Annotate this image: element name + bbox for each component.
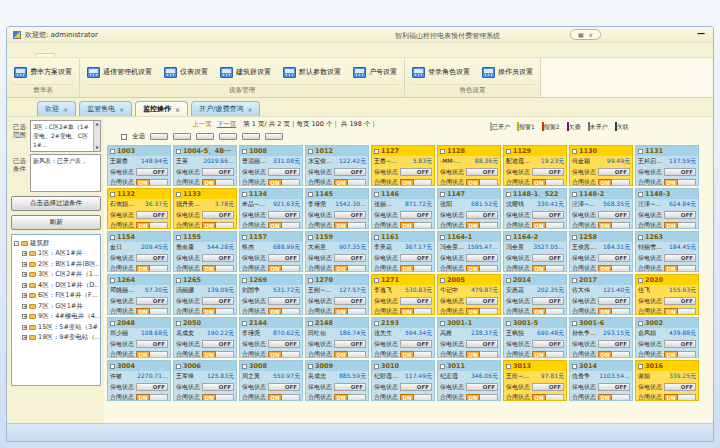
switch-on-badge[interactable]: ON [136, 265, 150, 273]
switch-state-toggle[interactable]: ON [466, 308, 498, 316]
switch-state-toggle[interactable]: ON [532, 351, 564, 359]
switch-on-badge[interactable]: ON [136, 351, 150, 359]
switch-toggle-track[interactable] [414, 265, 432, 273]
switch-on-badge[interactable]: ON [598, 394, 612, 402]
switch-state-toggle[interactable]: ON [202, 351, 234, 359]
switch-state-toggle[interactable]: ON [202, 308, 234, 316]
switch-toggle-track[interactable] [282, 179, 300, 187]
expand-icon[interactable]: + [22, 314, 27, 319]
switch-toggle-track[interactable] [414, 394, 432, 402]
scrollbar[interactable]: ▲ ▼ [93, 121, 100, 151]
switch-toggle-track[interactable] [150, 394, 168, 402]
power-keep-toggle[interactable]: OFF [466, 254, 498, 262]
switch-state-toggle[interactable]: ON [598, 351, 630, 359]
power-keep-toggle[interactable]: OFF [136, 168, 168, 176]
power-keep-toggle[interactable]: OFF [202, 254, 234, 262]
switch-on-badge[interactable]: ON [532, 394, 546, 402]
switch-on-badge[interactable]: ON [466, 351, 480, 359]
switch-state-toggle[interactable]: ON [400, 351, 432, 359]
power-keep-toggle[interactable]: OFF [268, 168, 300, 176]
switch-toggle-track[interactable] [612, 308, 630, 316]
meter-checkbox[interactable] [110, 321, 115, 326]
switch-on-badge[interactable]: ON [202, 351, 216, 359]
switch-state-toggle[interactable]: ON [664, 265, 696, 273]
power-keep-toggle[interactable]: OFF [334, 168, 366, 176]
expand-icon[interactable]: + [22, 304, 27, 309]
document-tab[interactable]: 欢迎 × [37, 101, 76, 116]
meter-checkbox[interactable] [638, 192, 643, 197]
switch-toggle-track[interactable] [480, 222, 498, 230]
meter-checkbox[interactable] [110, 278, 115, 283]
switch-on-badge[interactable]: ON [664, 394, 678, 402]
power-keep-toggle[interactable]: OFF [532, 340, 564, 348]
next-page-link[interactable]: 下一页 [217, 120, 237, 128]
switch-state-toggle[interactable]: ON [400, 265, 432, 273]
switch-toggle-track[interactable] [480, 308, 498, 316]
switch-on-badge[interactable]: ON [268, 308, 282, 316]
expand-icon[interactable]: + [22, 251, 27, 256]
switch-toggle-track[interactable] [150, 179, 168, 187]
power-keep-toggle[interactable]: OFF [466, 383, 498, 391]
switch-on-badge[interactable]: ON [532, 222, 546, 230]
meter-checkbox[interactable] [308, 235, 313, 240]
power-keep-toggle[interactable]: OFF [400, 383, 432, 391]
action-button[interactable] [242, 133, 260, 140]
power-keep-toggle[interactable]: OFF [202, 383, 234, 391]
switch-toggle-track[interactable] [282, 222, 300, 230]
switch-on-badge[interactable]: ON [400, 308, 414, 316]
power-keep-toggle[interactable]: OFF [334, 340, 366, 348]
switch-toggle-track[interactable] [150, 351, 168, 359]
switch-state-toggle[interactable]: ON [664, 308, 696, 316]
ribbon-button[interactable]: 操作员设置 [480, 65, 535, 80]
switch-toggle-track[interactable] [348, 179, 366, 187]
switch-state-toggle[interactable]: ON [598, 179, 630, 187]
switch-on-badge[interactable]: ON [466, 394, 480, 402]
switch-on-badge[interactable]: ON [598, 351, 612, 359]
meter-checkbox[interactable] [638, 321, 643, 326]
switch-on-badge[interactable]: ON [664, 351, 678, 359]
meter-checkbox[interactable] [506, 278, 511, 283]
switch-state-toggle[interactable]: ON [664, 222, 696, 230]
switch-toggle-track[interactable] [480, 394, 498, 402]
tree-item[interactable]: + 1区：A区1#井 [22, 249, 99, 258]
switch-toggle-track[interactable] [216, 351, 234, 359]
switch-toggle-track[interactable] [150, 222, 168, 230]
switch-on-badge[interactable]: ON [598, 308, 612, 316]
meter-checkbox[interactable] [176, 364, 181, 369]
meter-checkbox[interactable] [440, 321, 445, 326]
meter-checkbox[interactable] [638, 235, 643, 240]
switch-state-toggle[interactable]: ON [598, 265, 630, 273]
action-button[interactable] [265, 133, 283, 140]
power-keep-toggle[interactable]: OFF [466, 297, 498, 305]
collapse-icon[interactable]: - [14, 241, 19, 246]
meter-checkbox[interactable] [176, 192, 181, 197]
meter-checkbox[interactable] [440, 235, 445, 240]
close-icon[interactable]: × [247, 106, 252, 113]
switch-on-badge[interactable]: ON [136, 394, 150, 402]
document-tab[interactable]: 开户/缴费查询 × [191, 101, 260, 116]
close-icon[interactable]: × [119, 106, 124, 113]
power-keep-toggle[interactable]: OFF [466, 340, 498, 348]
power-keep-toggle[interactable]: OFF [664, 383, 696, 391]
switch-toggle-track[interactable] [348, 394, 366, 402]
meter-checkbox[interactable] [374, 278, 379, 283]
selected-range-box[interactable]: 3区：C区2#单（1#变电、2#变电、C区1#… ▲ ▼ [30, 120, 101, 152]
meter-checkbox[interactable] [572, 192, 577, 197]
power-keep-toggle[interactable]: OFF [400, 340, 432, 348]
meter-checkbox[interactable] [572, 321, 577, 326]
switch-toggle-track[interactable] [678, 265, 696, 273]
switch-state-toggle[interactable]: ON [268, 308, 300, 316]
switch-on-badge[interactable]: ON [268, 351, 282, 359]
meter-checkbox[interactable] [440, 278, 445, 283]
switch-on-badge[interactable]: ON [268, 222, 282, 230]
meter-checkbox[interactable] [374, 321, 379, 326]
switch-on-badge[interactable]: ON [268, 179, 282, 187]
switch-toggle-track[interactable] [546, 179, 564, 187]
switch-on-badge[interactable]: ON [334, 308, 348, 316]
meter-checkbox[interactable] [572, 149, 577, 154]
scroll-down-icon[interactable]: ▼ [95, 145, 98, 151]
switch-on-badge[interactable]: ON [598, 265, 612, 273]
switch-state-toggle[interactable]: ON [136, 308, 168, 316]
power-keep-toggle[interactable]: OFF [532, 297, 564, 305]
meter-checkbox[interactable] [242, 364, 247, 369]
